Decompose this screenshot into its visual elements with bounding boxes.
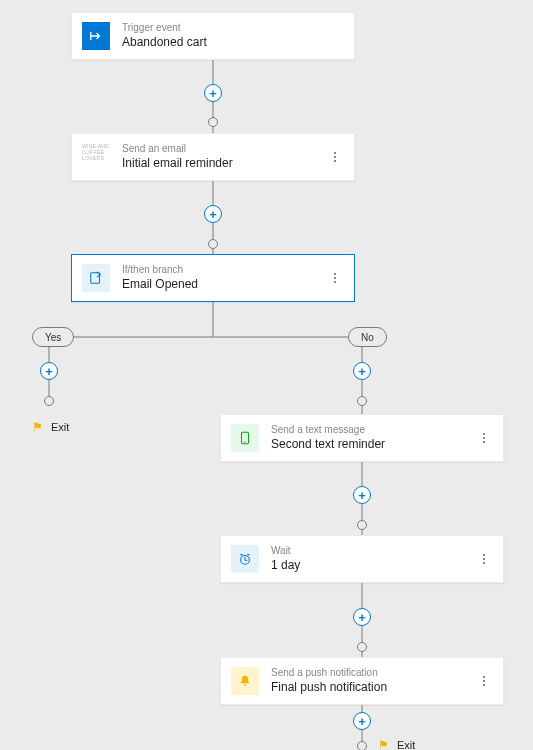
connector-terminal (208, 117, 218, 127)
bell-icon (231, 667, 259, 695)
sms-type-label: Send a text message (271, 424, 475, 436)
wait-icon (231, 545, 259, 573)
branch-card[interactable]: If/then branch Email Opened (71, 254, 355, 302)
add-step-button[interactable]: + (353, 362, 371, 380)
push-type-label: Send a push notification (271, 667, 475, 679)
exit-yes: ⚑ Exit (32, 420, 69, 434)
exit-no: ⚑ Exit (378, 738, 415, 750)
email-icon: WINE AND COFFEE LOVERS (82, 143, 110, 171)
connector-terminal (357, 520, 367, 530)
wait-name: 1 day (271, 557, 475, 573)
connector-terminal (357, 741, 367, 750)
branch-type-label: If/then branch (122, 264, 326, 276)
add-step-button[interactable]: + (204, 205, 222, 223)
push-card[interactable]: Send a push notification Final push noti… (220, 657, 504, 705)
add-step-button[interactable]: + (353, 712, 371, 730)
branch-yes-pill: Yes (32, 327, 74, 347)
sms-card[interactable]: Send a text message Second text reminder (220, 414, 504, 462)
connector-terminal (208, 239, 218, 249)
flag-icon: ⚑ (32, 420, 43, 434)
push-name: Final push notification (271, 679, 475, 695)
add-step-button[interactable]: + (353, 486, 371, 504)
trigger-card[interactable]: Trigger event Abandoned cart (71, 12, 355, 60)
trigger-icon (82, 22, 110, 50)
add-step-button[interactable]: + (204, 84, 222, 102)
email-type-label: Send an email (122, 143, 326, 155)
svg-rect-10 (91, 273, 100, 284)
card-menu-button[interactable] (475, 669, 493, 693)
email-name: Initial email reminder (122, 155, 326, 171)
trigger-name: Abandoned cart (122, 34, 344, 50)
card-menu-button[interactable] (475, 547, 493, 571)
email-card[interactable]: WINE AND COFFEE LOVERS Send an email Ini… (71, 133, 355, 181)
card-menu-button[interactable] (326, 266, 344, 290)
add-step-button[interactable]: + (353, 608, 371, 626)
branch-icon (82, 264, 110, 292)
trigger-type-label: Trigger event (122, 22, 344, 34)
sms-icon (231, 424, 259, 452)
connector-terminal (357, 396, 367, 406)
sms-name: Second text reminder (271, 436, 475, 452)
exit-label: Exit (397, 739, 415, 750)
email-preview: WINE AND COFFEE LOVERS (82, 143, 110, 161)
connector-terminal (357, 642, 367, 652)
wait-card[interactable]: Wait 1 day (220, 535, 504, 583)
svg-point-12 (244, 441, 245, 442)
branch-name: Email Opened (122, 276, 326, 292)
card-menu-button[interactable] (475, 426, 493, 450)
card-menu-button[interactable] (326, 145, 344, 169)
exit-label: Exit (51, 421, 69, 433)
branch-no-pill: No (348, 327, 387, 347)
connector-terminal (44, 396, 54, 406)
flag-icon: ⚑ (378, 738, 389, 750)
add-step-button[interactable]: + (40, 362, 58, 380)
wait-type-label: Wait (271, 545, 475, 557)
